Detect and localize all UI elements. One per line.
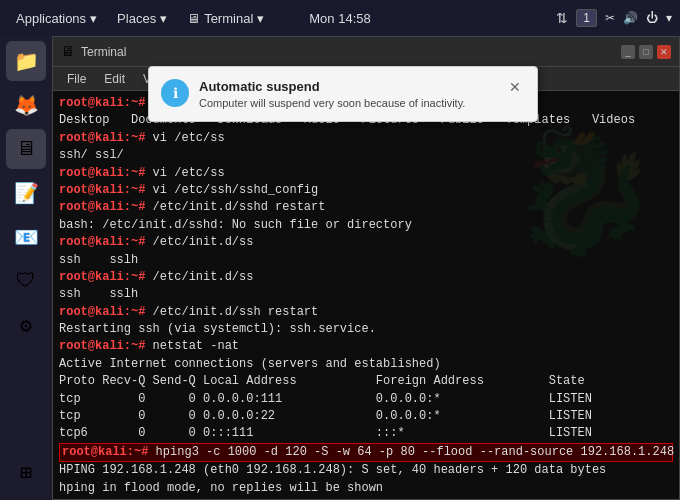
terminal-chevron: ▾ [257,11,264,26]
terminal-line: root@kali:~# vi /etc/ss [59,130,673,147]
sidebar-icon-settings[interactable]: ⚙ [6,305,46,345]
network-icon: ⇅ [556,10,568,26]
sidebar: 📁 🦊 🖥 📝 📧 🛡 ⚙ ⊞ [0,36,52,500]
terminal-line: ssh sslh [59,252,673,269]
task-count-badge[interactable]: 1 [576,9,597,27]
power-icon[interactable]: ⏻ [646,11,658,25]
places-chevron: ▾ [160,11,167,26]
terminal-line: bash: /etc/init.d/sshd: No such file or … [59,217,673,234]
notification-content: Automatic suspend Computer will suspend … [199,79,495,109]
terminal-line: root@kali:~# vi /etc/ssh/sshd_config [59,182,673,199]
sidebar-icon-grid[interactable]: ⊞ [6,452,46,492]
window-titlebar: 🖥 Terminal _ □ ✕ [53,37,679,67]
terminal-task-button[interactable]: 🖥 Terminal ▾ [179,7,272,30]
window-icon: 🖥 [61,44,75,60]
window-maximize-button[interactable]: □ [639,45,653,59]
terminal-line: ssh sslh [59,286,673,303]
applications-menu[interactable]: Applications ▾ [8,7,105,30]
terminal-task-label: Terminal [204,11,253,26]
places-label: Places [117,11,156,26]
window-close-button[interactable]: ✕ [657,45,671,59]
sidebar-icon-mail[interactable]: 📧 [6,217,46,257]
terminal-line: tcp 0 0 0.0.0.0:22 0.0.0.0:* LISTEN [59,408,673,425]
terminal-line: root@kali:~# /etc/init.d/ss [59,234,673,251]
hping-command-line: root@kali:~# hping3 -c 1000 -d 120 -S -w… [59,443,673,462]
terminal-icon-small: 🖥 [187,11,200,26]
terminal-line: Restarting ssh (via systemctl): ssh.serv… [59,321,673,338]
sidebar-icon-firefox[interactable]: 🦊 [6,85,46,125]
terminal-line: Proto Recv-Q Send-Q Local Address Foreig… [59,373,673,390]
terminal-line: Active Internet connections (servers and… [59,356,673,373]
taskbar: Applications ▾ Places ▾ 🖥 Terminal ▾ Mon… [0,0,680,36]
menu-edit[interactable]: Edit [96,70,133,88]
volume-icon[interactable]: 🔊 [623,11,638,25]
applications-label: Applications [16,11,86,26]
taskbar-right: ⇅ 1 ✂ 🔊 ⏻ ▾ [556,9,672,27]
sidebar-icon-security[interactable]: 🛡 [6,261,46,301]
sidebar-icon-text-editor[interactable]: 📝 [6,173,46,213]
notification-popup: ℹ Automatic suspend Computer will suspen… [148,66,538,122]
terminal-line: ssh/ ssl/ [59,147,673,164]
terminal-line: root@kali:~# /etc/init.d/ssh restart [59,304,673,321]
terminal-line: root@kali:~# netstat -nat [59,338,673,355]
terminal-line: tcp6 0 0 0:::111 :::* LISTEN [59,425,673,442]
places-menu[interactable]: Places ▾ [109,7,175,30]
terminal-line: tcp 0 0 0.0.0.0:111 0.0.0.0:* LISTEN [59,391,673,408]
terminal-line: root@kali:~# /etc/init.d/sshd restart [59,199,673,216]
terminal-line: hping in flood mode, no replies will be … [59,480,673,497]
sidebar-icon-terminal[interactable]: 🖥 [6,129,46,169]
sidebar-icon-folder[interactable]: 📁 [6,41,46,81]
chevron-taskbar-right: ▾ [666,11,672,25]
notification-body: Computer will suspend very soon because … [199,97,495,109]
window-controls: _ □ ✕ [621,45,671,59]
window-minimize-button[interactable]: _ [621,45,635,59]
notification-title: Automatic suspend [199,79,495,94]
terminal-content[interactable]: 🐉 root@kali:~# ls Desktop Documents Down… [53,91,679,499]
terminal-line: HPING 192.168.1.248 (eth0 192.168.1.248)… [59,462,673,479]
applications-chevron: ▾ [90,11,97,26]
terminal-line: root@kali:~# /etc/init.d/ss [59,269,673,286]
screenshot-icon[interactable]: ✂ [605,11,615,25]
notification-icon: ℹ [161,79,189,107]
window-title: Terminal [81,45,615,59]
menu-file[interactable]: File [59,70,94,88]
terminal-line: root@kali:~# vi /etc/ss [59,165,673,182]
notification-close-button[interactable]: ✕ [505,79,525,95]
taskbar-clock: Mon 14:58 [309,11,370,26]
